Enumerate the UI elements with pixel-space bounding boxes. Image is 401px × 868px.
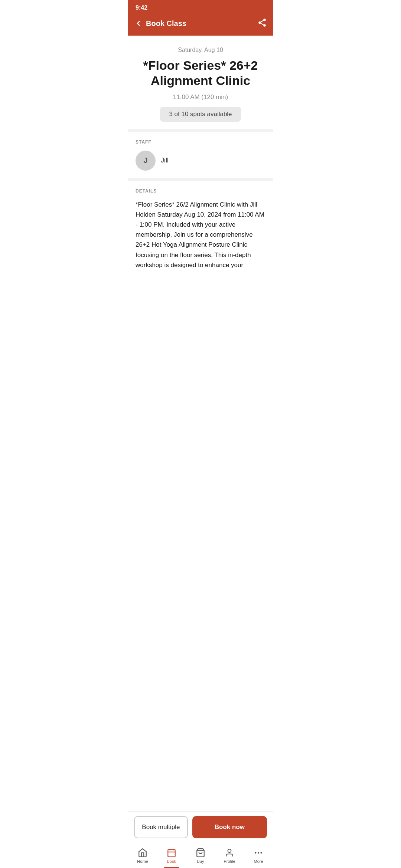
details-section: DETAILS *Floor Series* 26/2 Alignment Cl… (128, 181, 273, 277)
main-content: Saturday, Aug 10 *Floor Series* 26+2 Ali… (128, 36, 273, 315)
class-title: *Floor Series* 26+2 Alignment Clinic (136, 58, 265, 88)
status-time: 9:42 (136, 4, 147, 11)
svg-line-3 (261, 23, 263, 25)
svg-point-0 (263, 19, 266, 21)
header-title: Book Class (146, 19, 186, 28)
details-text: *Floor Series* 26/2 Alignment Clinic wit… (136, 200, 265, 270)
class-date: Saturday, Aug 10 (136, 47, 265, 53)
svg-point-1 (258, 22, 261, 24)
status-bar: 9:42 (128, 0, 273, 14)
share-icon (257, 18, 267, 27)
details-section-label: DETAILS (136, 188, 265, 194)
staff-row: J Jill (136, 151, 265, 171)
staff-section: STAFF J Jill (128, 132, 273, 181)
svg-point-2 (263, 24, 266, 27)
hero-section: Saturday, Aug 10 *Floor Series* 26+2 Ali… (128, 36, 273, 132)
header-left: Book Class (134, 19, 186, 28)
page-header: Book Class (128, 14, 273, 36)
staff-name: Jill (161, 157, 169, 164)
staff-section-label: STAFF (136, 139, 265, 145)
spots-badge: 3 of 10 spots available (160, 107, 241, 122)
staff-avatar: J (136, 151, 156, 171)
staff-avatar-initial: J (143, 156, 147, 165)
class-time: 11:00 AM (120 min) (136, 93, 265, 101)
svg-line-4 (261, 20, 263, 22)
back-arrow-icon (134, 19, 143, 28)
share-button[interactable] (257, 18, 267, 29)
back-button[interactable] (134, 19, 143, 28)
